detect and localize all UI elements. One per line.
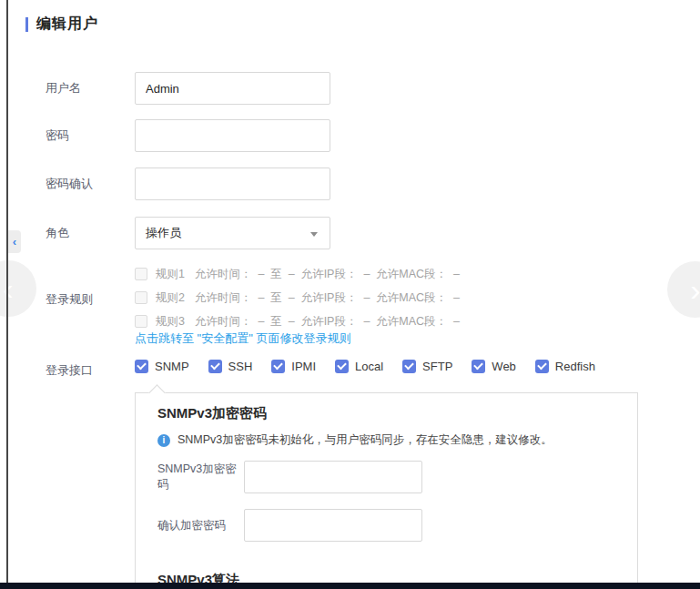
password-confirm-label: 密码确认 bbox=[46, 176, 135, 192]
rule2-name: 规则2 bbox=[156, 290, 185, 306]
interface-option-snmp[interactable]: SNMP bbox=[135, 360, 189, 373]
checkbox-checked-icon[interactable] bbox=[135, 360, 148, 373]
checkbox-checked-icon[interactable] bbox=[271, 360, 285, 373]
password-row: 密码 bbox=[46, 119, 330, 152]
login-interface-checkbox-group: SNMP SSH IPMI Local SFTP Web Redfish bbox=[135, 360, 595, 373]
role-row: 角色 操作员 bbox=[46, 217, 330, 249]
login-rule-row: 规则3 允许时间： – 至 – 允许IP段： – 允许MAC段： – bbox=[135, 312, 460, 330]
role-label: 角色 bbox=[46, 225, 135, 241]
rule3-checkbox bbox=[135, 315, 147, 328]
checkbox-checked-icon[interactable] bbox=[402, 360, 416, 373]
interface-option-label: SFTP bbox=[422, 360, 452, 373]
username-input[interactable] bbox=[135, 72, 330, 105]
login-rules-label: 登录规则 bbox=[46, 291, 93, 308]
checkbox-checked-icon[interactable] bbox=[472, 360, 485, 373]
role-selected-value: 操作员 bbox=[146, 225, 181, 241]
interface-option-label: Local bbox=[355, 360, 383, 373]
interface-option-web[interactable]: Web bbox=[472, 360, 516, 373]
interface-option-label: Redfish bbox=[555, 360, 595, 373]
snmpv3-info-row: i SNMPv3加密密码未初始化，与用户密码同步，存在安全隐患，建议修改。 bbox=[157, 432, 553, 448]
password-confirm-input[interactable] bbox=[135, 168, 330, 200]
chevron-down-icon bbox=[310, 232, 318, 237]
rule2-detail: 允许时间： – 至 – 允许IP段： – 允许MAC段： – bbox=[195, 290, 460, 306]
interface-option-label: SSH bbox=[228, 360, 253, 373]
rule1-detail: 允许时间： – 至 – 允许IP段： – 允许MAC段： – bbox=[195, 267, 460, 282]
interface-option-ssh[interactable]: SSH bbox=[208, 360, 253, 373]
rule2-checkbox bbox=[135, 291, 147, 304]
username-label: 用户名 bbox=[46, 80, 135, 96]
snmpv3-confirm-label: 确认加密密码 bbox=[157, 518, 244, 533]
checkbox-checked-icon[interactable] bbox=[535, 360, 549, 373]
interface-option-label: Web bbox=[492, 360, 516, 373]
page-title: 编辑用户 bbox=[36, 15, 98, 34]
panel-pointer-notch bbox=[148, 384, 165, 401]
snmpv3-password-input[interactable] bbox=[244, 461, 422, 493]
interface-option-sftp[interactable]: SFTP bbox=[402, 360, 452, 373]
rule1-name: 规则1 bbox=[156, 267, 185, 282]
password-label: 密码 bbox=[46, 127, 135, 144]
carousel-next-button[interactable]: › bbox=[667, 261, 700, 318]
chevron-left-icon: ‹ bbox=[13, 235, 16, 249]
info-icon: i bbox=[157, 434, 170, 447]
login-rule-row: 规则2 允许时间： – 至 – 允许IP段： – 允许MAC段： – bbox=[135, 289, 460, 307]
bottom-edge-bar bbox=[0, 583, 700, 589]
snmpv3-confirm-field-row: 确认加密密码 bbox=[157, 509, 422, 542]
snmpv3-panel-title: SNMPv3加密密码 bbox=[157, 405, 267, 422]
checkbox-checked-icon[interactable] bbox=[335, 360, 349, 373]
interface-option-label: IPMI bbox=[291, 360, 316, 373]
login-rule-row: 规则1 允许时间： – 至 – 允许IP段： – 允许MAC段： – bbox=[135, 265, 460, 283]
checkbox-checked-icon[interactable] bbox=[208, 360, 222, 373]
title-accent-bar bbox=[25, 17, 28, 32]
login-interface-label: 登录接口 bbox=[46, 362, 93, 379]
snmpv3-password-confirm-input[interactable] bbox=[244, 509, 422, 542]
interface-option-label: SNMP bbox=[155, 360, 189, 373]
page-header: 编辑用户 bbox=[25, 15, 98, 34]
snmpv3-password-panel: SNMPv3加密密码 i SNMPv3加密密码未初始化，与用户密码同步，存在安全… bbox=[135, 392, 638, 589]
interface-option-local[interactable]: Local bbox=[335, 360, 383, 373]
security-config-link[interactable]: 点击跳转至 "安全配置" 页面修改登录规则 bbox=[135, 330, 350, 347]
interface-option-redfish[interactable]: Redfish bbox=[535, 360, 595, 373]
interface-option-ipmi[interactable]: IPMI bbox=[271, 360, 316, 373]
snmpv3-info-text: SNMPv3加密密码未初始化，与用户密码同步，存在安全隐患，建议修改。 bbox=[178, 432, 553, 448]
snmpv3-password-field-row: SNMPv3加密密码 bbox=[157, 461, 422, 493]
carousel-prev-button[interactable]: ‹ bbox=[0, 260, 36, 317]
sidebar-collapse-button[interactable]: ‹ bbox=[8, 230, 21, 253]
chevron-right-icon: › bbox=[690, 272, 700, 308]
edit-user-page: ‹ ‹ › 编辑用户 用户名 密码 密码确认 角色 操作员 登录规则 规则1 bbox=[0, 0, 700, 589]
password-confirm-row: 密码确认 bbox=[46, 168, 330, 200]
rule1-checkbox bbox=[135, 268, 147, 280]
role-select[interactable]: 操作员 bbox=[135, 217, 330, 249]
password-input[interactable] bbox=[135, 119, 330, 152]
snmpv3-password-label: SNMPv3加密密码 bbox=[157, 462, 244, 493]
username-row: 用户名 bbox=[46, 72, 330, 105]
login-rules-list: 规则1 允许时间： – 至 – 允许IP段： – 允许MAC段： – 规则2 允… bbox=[135, 265, 460, 336]
rule3-name: 规则3 bbox=[156, 314, 185, 330]
left-edge-divider bbox=[6, 0, 8, 589]
rule3-detail: 允许时间： – 至 – 允许IP段： – 允许MAC段： – bbox=[195, 314, 460, 330]
